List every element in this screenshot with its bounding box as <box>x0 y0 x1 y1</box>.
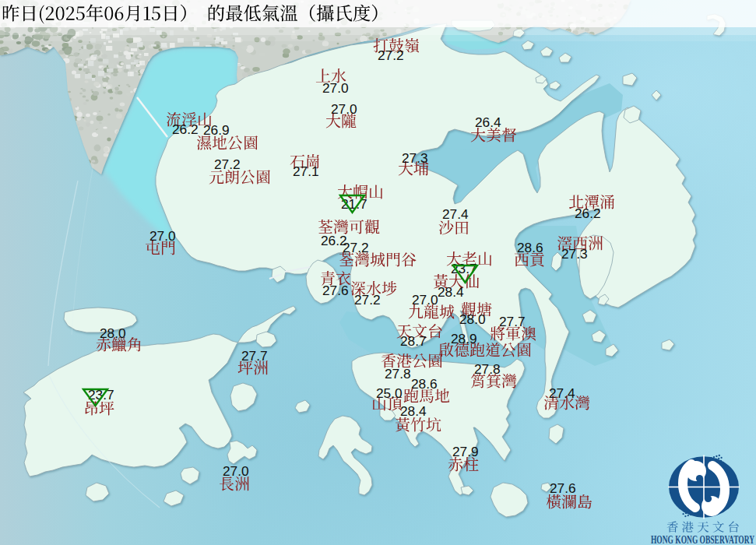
svg-text:27.0: 27.0 <box>322 80 349 96</box>
svg-text:27.2: 27.2 <box>378 47 404 63</box>
svg-text:27.1: 27.1 <box>293 164 319 179</box>
svg-text:26.2: 26.2 <box>172 121 199 137</box>
svg-text:28.6: 28.6 <box>517 240 543 255</box>
svg-text:27.9: 27.9 <box>452 444 479 459</box>
svg-text:28.0: 28.0 <box>459 311 486 327</box>
svg-text:28.4: 28.4 <box>438 284 464 300</box>
svg-text:26.2: 26.2 <box>575 206 601 221</box>
svg-text:27.8: 27.8 <box>474 361 501 377</box>
svg-text:28.4: 28.4 <box>400 403 427 419</box>
svg-text:27.3: 27.3 <box>402 150 428 166</box>
svg-text:27.7: 27.7 <box>499 314 526 329</box>
svg-text:27.4: 27.4 <box>549 385 575 401</box>
svg-text:28.7: 28.7 <box>400 333 427 349</box>
svg-text:25.0: 25.0 <box>376 385 403 401</box>
svg-text:27.0: 27.0 <box>149 228 176 244</box>
svg-text:26.9: 26.9 <box>203 122 230 138</box>
svg-text:27.6: 27.6 <box>322 283 349 298</box>
svg-text:27.0: 27.0 <box>412 292 438 308</box>
svg-text:27.2: 27.2 <box>354 292 381 308</box>
svg-text:28.6: 28.6 <box>411 376 438 392</box>
svg-text:27.0: 27.0 <box>331 101 357 117</box>
svg-text:27.2: 27.2 <box>343 240 369 255</box>
svg-text:HONG KONG OBSERVATORY: HONG KONG OBSERVATORY <box>651 534 754 545</box>
svg-text:27.4: 27.4 <box>442 206 469 222</box>
svg-text:28.9: 28.9 <box>451 331 477 346</box>
svg-text:28.0: 28.0 <box>100 325 126 341</box>
svg-text:27.6: 27.6 <box>550 480 576 496</box>
svg-text:27.7: 27.7 <box>241 348 268 364</box>
svg-text:27.2: 27.2 <box>214 156 241 172</box>
svg-text:27.0: 27.0 <box>223 463 249 479</box>
svg-text:27.8: 27.8 <box>385 366 411 382</box>
svg-text:27.3: 27.3 <box>561 246 588 262</box>
svg-text:26.4: 26.4 <box>475 114 501 130</box>
